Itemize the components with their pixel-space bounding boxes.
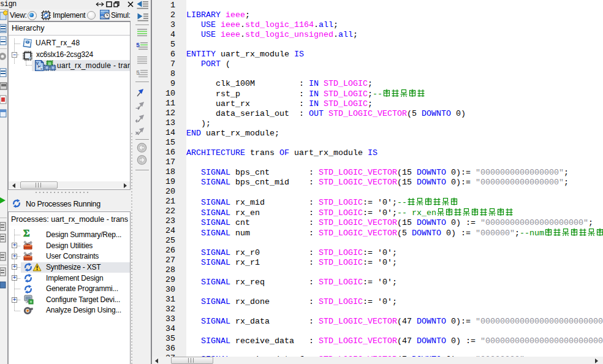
svg-text:5: 5 <box>136 42 140 49</box>
svg-text:5: 5 <box>136 70 140 77</box>
